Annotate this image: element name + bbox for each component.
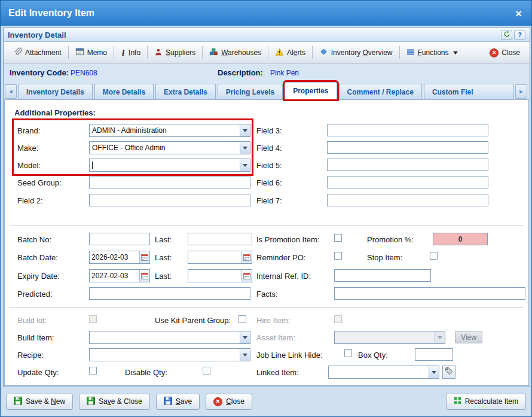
calendar-icon[interactable] (139, 251, 149, 263)
edit-inventory-item-dialog: Edit Inventory Item × Inventory Detail ?… (0, 0, 532, 417)
save-green-icon (87, 397, 95, 407)
linked-item-dropdown[interactable] (328, 366, 439, 379)
build-kit-checkbox[interactable] (89, 315, 97, 323)
batch-date-input[interactable] (90, 251, 139, 263)
save-and-close-button[interactable]: Save & Close (79, 394, 150, 410)
promotion-pct-input[interactable] (433, 233, 488, 245)
inventory-overview-label: Inventory Overview (331, 48, 393, 57)
expiry-date-last-label: Last: (155, 272, 172, 281)
box-qty-input[interactable] (415, 348, 453, 361)
tab-properties[interactable]: Properties (285, 82, 337, 99)
asset-item-dropdown-value (335, 331, 435, 343)
field2-input[interactable] (89, 194, 250, 206)
window-close-icon[interactable]: × (515, 8, 522, 19)
stop-item-checkbox[interactable] (430, 252, 438, 260)
recipe-dropdown-arrow-icon[interactable] (240, 349, 250, 361)
field3-input[interactable] (327, 124, 488, 136)
internal-ref-input[interactable] (334, 269, 431, 282)
model-dropdown-arrow-icon[interactable] (240, 159, 250, 171)
tab-more-details[interactable]: More Details (94, 84, 154, 99)
is-promotion-checkbox[interactable] (334, 234, 342, 242)
tab-inventory-details[interactable]: Inventory Details (18, 84, 93, 99)
update-qty-label: Update Qty: (17, 368, 59, 377)
build-item-dropdown-arrow-icon[interactable] (240, 331, 250, 343)
reminder-po-checkbox[interactable] (334, 252, 342, 260)
job-line-link-checkbox[interactable] (344, 349, 352, 357)
tab-comment-replace[interactable]: Comment / Replace (339, 84, 422, 99)
tab-scroll-right-icon[interactable]: ► (515, 84, 527, 99)
tab-strip: ◄ Inventory Details More Details Extra D… (4, 81, 530, 99)
close-button[interactable]: ✕ Close (206, 394, 252, 410)
model-dropdown[interactable] (89, 159, 250, 172)
view-button[interactable]: View (455, 331, 482, 343)
recalculate-item-label: Recalculate Item (465, 397, 518, 406)
calendar-icon[interactable] (139, 270, 149, 282)
field7-label: Field 7: (256, 196, 282, 205)
batch-date-last-field[interactable] (188, 251, 252, 264)
calendar-icon[interactable] (241, 270, 252, 282)
calendar-icon[interactable] (241, 251, 252, 263)
build-item-dropdown[interactable] (89, 331, 250, 344)
field4-input[interactable] (327, 141, 488, 154)
predicted-input[interactable] (89, 287, 250, 300)
toolbar-close-button[interactable]: ✕ Close (485, 46, 524, 60)
linked-item-tag-button[interactable] (442, 366, 455, 379)
panel-header: Inventory Detail ? (4, 28, 530, 42)
help-button[interactable]: ? (514, 30, 525, 40)
inventory-overview-button[interactable]: Inventory Overview (315, 45, 397, 60)
alerts-label: Alerts (287, 48, 305, 57)
update-qty-checkbox[interactable] (89, 367, 97, 375)
inventory-code-value: PEN608 (71, 69, 97, 77)
expiry-date-label: Expiry Date: (17, 272, 60, 281)
tab-custom-fields[interactable]: Custom Fiel (424, 84, 514, 99)
make-dropdown-arrow-icon[interactable] (240, 142, 250, 154)
refresh-button[interactable] (501, 30, 512, 40)
functions-button[interactable]: Functions (402, 46, 462, 60)
batch-date-last-input[interactable] (188, 251, 241, 263)
save-and-new-button[interactable]: Save & New (6, 394, 73, 410)
toolbar-separator (147, 46, 148, 59)
suppliers-button[interactable]: Suppliers (150, 45, 200, 60)
brand-dropdown[interactable]: ADMIN - Administration (89, 124, 250, 137)
facts-input[interactable] (334, 287, 525, 300)
brand-dropdown-arrow-icon[interactable] (240, 124, 250, 136)
make-dropdown-value: OFFICE - Office Admin (90, 142, 240, 154)
suppliers-label: Suppliers (166, 48, 195, 57)
batch-date-field[interactable] (89, 251, 150, 264)
refresh-icon (503, 31, 510, 39)
recalculate-item-button[interactable]: Recalculate Item (446, 394, 526, 410)
batch-no-input[interactable] (89, 233, 150, 245)
linked-item-dropdown-arrow-icon[interactable] (429, 366, 439, 378)
memo-label: Memo (87, 48, 107, 57)
field7-input[interactable] (327, 194, 488, 206)
tab-scroll-left-icon[interactable]: ◄ (5, 84, 17, 99)
field4-label: Field 4: (256, 144, 282, 153)
warehouses-button[interactable]: Warehouses (205, 45, 265, 60)
tab-pricing-levels[interactable]: Pricing Levels (218, 84, 283, 99)
hire-item-checkbox[interactable] (334, 315, 342, 323)
field6-input[interactable] (327, 176, 488, 188)
disable-qty-checkbox[interactable] (203, 367, 210, 375)
window-title: Edit Inventory Item (8, 8, 94, 19)
info-button[interactable]: i Info (117, 45, 145, 60)
attachment-button[interactable]: Attachment (9, 45, 66, 60)
field5-input[interactable] (327, 159, 488, 171)
info-icon: i (121, 48, 126, 58)
tab-extra-details[interactable]: Extra Details (155, 84, 216, 99)
expiry-date-last-input[interactable] (188, 270, 241, 282)
expiry-date-last-field[interactable] (188, 269, 252, 282)
batch-no-last-input[interactable] (188, 233, 252, 245)
seed-group-input[interactable] (89, 176, 250, 188)
use-kit-parent-checkbox[interactable] (239, 315, 246, 323)
expiry-date-input[interactable] (90, 270, 139, 282)
expiry-date-field[interactable] (89, 269, 150, 282)
memo-button[interactable]: Memo (71, 45, 111, 60)
toolbar-separator (114, 46, 114, 59)
alerts-button[interactable]: Alerts (271, 45, 310, 60)
suppliers-icon (154, 48, 163, 58)
asset-item-dropdown-arrow-icon[interactable] (435, 331, 445, 343)
recipe-dropdown[interactable] (89, 348, 250, 361)
make-dropdown[interactable]: OFFICE - Office Admin (89, 141, 250, 154)
save-button[interactable]: Save (156, 394, 200, 410)
asset-item-dropdown[interactable] (334, 331, 445, 344)
